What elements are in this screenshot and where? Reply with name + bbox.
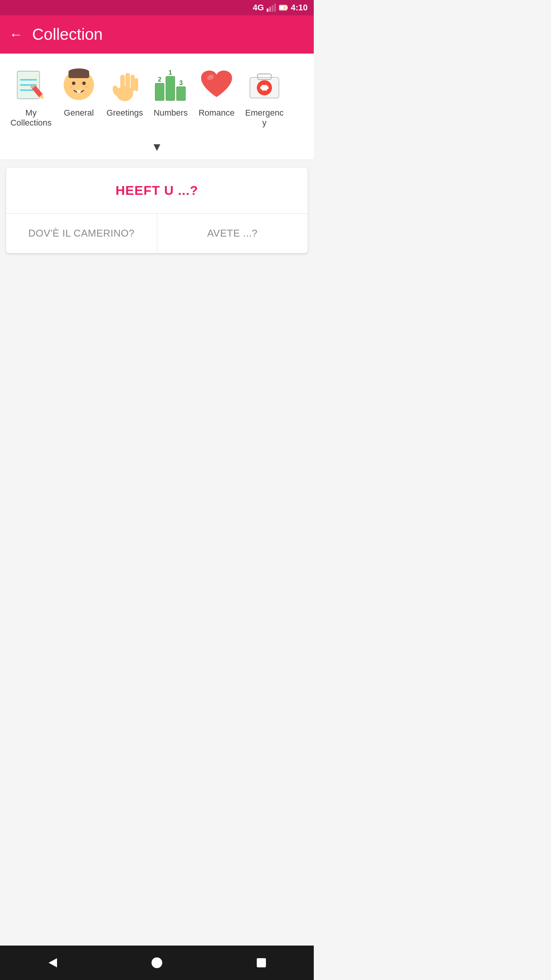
time-display: 4:10 bbox=[291, 3, 308, 13]
network-indicator: 4G bbox=[253, 3, 264, 13]
general-label: General bbox=[64, 108, 94, 118]
category-item-numbers[interactable]: 2 1 3 Numbers bbox=[148, 63, 194, 121]
expand-row: ▼ bbox=[0, 136, 314, 160]
medical-icon bbox=[247, 68, 282, 102]
svg-rect-32 bbox=[176, 87, 185, 101]
greetings-label: Greetings bbox=[106, 108, 143, 118]
romance-label: Romance bbox=[199, 108, 235, 118]
numbers-label: Numbers bbox=[153, 108, 187, 118]
phrase-card: HEEFT U ...? DOV'È IL CAMERINO? AVETE ..… bbox=[6, 168, 308, 253]
svg-rect-41 bbox=[260, 87, 269, 89]
category-item-greetings[interactable]: Greetings bbox=[102, 63, 148, 121]
svg-point-20 bbox=[70, 86, 72, 88]
back-button[interactable]: ← bbox=[9, 26, 23, 42]
card-cell-1[interactable]: DOV'È IL CAMERINO? bbox=[6, 214, 157, 253]
svg-rect-29 bbox=[135, 78, 138, 91]
numbers-icon-wrapper: 2 1 3 bbox=[152, 66, 190, 104]
svg-rect-3 bbox=[274, 3, 276, 12]
my-collections-icon-wrapper bbox=[12, 66, 50, 104]
svg-point-18 bbox=[72, 82, 75, 85]
svg-rect-28 bbox=[130, 75, 135, 91]
emergency-label: Emergency bbox=[243, 108, 285, 128]
svg-rect-0 bbox=[267, 8, 268, 12]
svg-text:1: 1 bbox=[169, 69, 172, 76]
notepad-icon bbox=[14, 68, 48, 102]
face-icon bbox=[62, 68, 96, 102]
card-cell-2-text: AVETE ...? bbox=[207, 227, 258, 239]
svg-rect-30 bbox=[155, 83, 164, 101]
card-main[interactable]: HEEFT U ...? bbox=[6, 168, 308, 214]
card-cell-2[interactable]: AVETE ...? bbox=[157, 214, 308, 253]
category-item-romance[interactable]: Romance bbox=[194, 63, 240, 121]
svg-rect-1 bbox=[269, 7, 271, 12]
battery-icon: ⚡ bbox=[279, 3, 289, 13]
hand-icon bbox=[108, 68, 142, 102]
svg-rect-17 bbox=[68, 71, 89, 78]
card-cell-1-text: DOV'È IL CAMERINO? bbox=[28, 227, 134, 239]
emergency-icon-wrapper bbox=[245, 66, 284, 104]
svg-rect-2 bbox=[272, 5, 273, 12]
svg-text:2: 2 bbox=[158, 76, 161, 83]
svg-text:⚡: ⚡ bbox=[282, 5, 287, 10]
general-icon-wrapper bbox=[60, 66, 98, 104]
romance-icon-wrapper bbox=[197, 66, 236, 104]
svg-text:3: 3 bbox=[179, 79, 183, 86]
card-row: DOV'È IL CAMERINO? AVETE ...? bbox=[6, 214, 308, 253]
cards-section: HEEFT U ...? DOV'È IL CAMERINO? AVETE ..… bbox=[0, 160, 314, 267]
svg-rect-5 bbox=[287, 7, 288, 9]
expand-button[interactable]: ▼ bbox=[151, 140, 163, 154]
category-item-my-collections[interactable]: My Collections bbox=[6, 63, 56, 131]
category-item-emergency[interactable]: Emergency bbox=[240, 63, 289, 131]
status-bar: 4G ⚡ 4:10 bbox=[0, 0, 314, 15]
svg-rect-26 bbox=[120, 75, 125, 90]
status-icons: 4G ⚡ 4:10 bbox=[253, 3, 308, 13]
category-item-general[interactable]: General bbox=[56, 63, 102, 121]
card-main-text: HEEFT U ...? bbox=[116, 183, 198, 198]
category-section: My Collections bbox=[0, 54, 314, 136]
svg-rect-27 bbox=[126, 73, 130, 90]
svg-point-21 bbox=[85, 86, 87, 88]
page-title: Collection bbox=[32, 25, 103, 44]
category-row: My Collections bbox=[6, 63, 308, 131]
svg-rect-31 bbox=[166, 77, 174, 101]
signal-icon bbox=[266, 3, 276, 13]
svg-point-19 bbox=[82, 82, 86, 85]
numbers-icon: 2 1 3 bbox=[153, 68, 188, 102]
app-bar: ← Collection bbox=[0, 15, 314, 54]
my-collections-label: My Collections bbox=[10, 108, 52, 128]
heart-icon bbox=[199, 68, 234, 102]
greetings-icon-wrapper bbox=[106, 66, 144, 104]
